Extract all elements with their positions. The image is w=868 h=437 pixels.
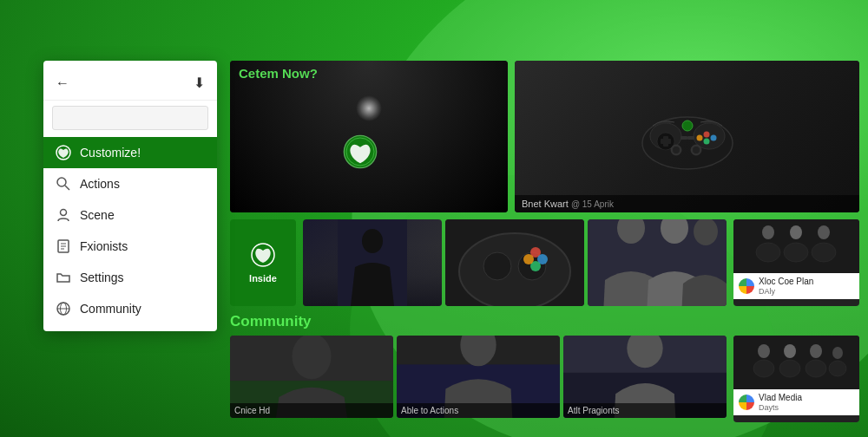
svg-point-20 — [710, 135, 716, 141]
svg-point-40 — [523, 254, 534, 264]
right-card-2-bottom: Vlad Media Dayts — [733, 389, 859, 415]
community-bottom: Cnice Hd Able to Actions — [230, 336, 859, 422]
svg-point-49 — [762, 225, 774, 239]
community-card-2[interactable]: Able to Actions — [397, 336, 560, 418]
right-card-1-bottom: Xloc Coe Plan DAly — [733, 273, 859, 299]
right-card-1-text: Xloc Coe Plan DAly — [759, 277, 813, 296]
featured-card-3[interactable] — [588, 219, 727, 306]
inside-label: Inside — [249, 273, 277, 284]
right-card-1-image — [733, 219, 859, 273]
sidebar-item-actions[interactable]: Actions — [43, 168, 217, 199]
svg-point-48 — [812, 243, 836, 262]
svg-point-66 — [758, 344, 770, 358]
sidebar-item-actions-label: Actions — [80, 177, 120, 191]
right-card-2-image — [733, 336, 859, 389]
right-card-2-subtitle: Dayts — [759, 403, 802, 412]
folder-icon — [56, 270, 71, 285]
svg-point-3 — [61, 210, 67, 216]
right-card-2[interactable]: Vlad Media Dayts — [733, 336, 859, 422]
cetem-now-header: Cetem Now? — [230, 61, 508, 86]
svg-rect-18 — [661, 139, 671, 144]
svg-point-32 — [362, 229, 383, 253]
community-card-1-label: Cnice Hd — [230, 403, 393, 418]
right-card-1[interactable]: Xloc Coe Plan DAly — [733, 219, 859, 306]
glow-dot — [356, 95, 382, 121]
svg-point-34 — [459, 233, 570, 306]
search-icon — [56, 176, 71, 192]
search-bar[interactable] — [52, 106, 208, 130]
right-card-2-text: Vlad Media Dayts — [759, 393, 802, 412]
sidebar-item-community[interactable]: Community — [43, 293, 217, 324]
sidebar-item-settings-label: Settings — [80, 271, 124, 284]
community-card-3-label: Atlt Pragionts — [563, 403, 727, 418]
svg-point-65 — [829, 361, 846, 376]
community-card-3[interactable]: Atlt Pragionts — [563, 336, 727, 418]
controller-card-label: Bnet Kwart @ 15 Aprik — [515, 195, 859, 212]
svg-point-63 — [779, 360, 800, 377]
svg-point-50 — [790, 225, 802, 239]
svg-point-67 — [784, 344, 796, 358]
svg-point-64 — [806, 360, 826, 377]
right-column: Xloc Coe Plan DAly — [733, 219, 859, 306]
right-column-bottom: Vlad Media Dayts — [733, 336, 859, 422]
person-silhouette-1 — [303, 219, 442, 306]
svg-rect-29 — [687, 136, 694, 140]
top-row: Cetem Now? — [230, 61, 859, 212]
svg-line-2 — [65, 186, 69, 190]
svg-point-22 — [696, 135, 702, 141]
sidebar-item-fxionists[interactable]: Fxionists — [43, 231, 217, 262]
controller-card-title: Bnet Kwart — [522, 199, 569, 209]
svg-point-26 — [693, 147, 700, 153]
inside-panel[interactable]: Inside — [230, 219, 296, 306]
community-strip: Cnice Hd Able to Actions — [230, 336, 727, 422]
sidebar: ← ⬇ Customize! Actions Scene — [43, 61, 217, 331]
svg-point-21 — [703, 139, 709, 145]
svg-point-1 — [57, 178, 66, 186]
right-card-2-title: Vlad Media — [759, 393, 802, 403]
xbox-icon — [56, 145, 71, 160]
featured-card-1[interactable] — [303, 219, 442, 306]
mid-row: Inside — [230, 219, 859, 306]
svg-point-68 — [810, 344, 822, 358]
user-icon — [56, 207, 71, 223]
doc-icon — [56, 238, 71, 254]
main-content: Cetem Now? — [230, 61, 859, 394]
sidebar-item-scene[interactable]: Scene — [43, 199, 217, 231]
svg-point-69 — [832, 347, 843, 359]
svg-point-27 — [682, 121, 693, 131]
community-section: Community Cnice Hd — [230, 313, 859, 422]
sidebar-item-customize-label: Customize! — [80, 146, 141, 160]
controller-graphic — [445, 219, 584, 306]
svg-point-35 — [483, 252, 511, 280]
svg-point-51 — [818, 225, 830, 239]
google-logo-1 — [739, 278, 754, 294]
controller-card[interactable]: Bnet Kwart @ 15 Aprik — [515, 61, 859, 212]
xbox-inside-icon — [250, 242, 276, 268]
community-header: Community — [230, 313, 859, 330]
svg-point-62 — [753, 360, 774, 377]
controller-card-sublabel: @ 15 Aprik — [571, 199, 614, 209]
community-card-1[interactable]: Cnice Hd — [230, 336, 393, 418]
right-card-1-subtitle: DAly — [759, 287, 813, 296]
featured-card-2[interactable] — [445, 219, 584, 306]
controller-bg — [515, 61, 859, 212]
sidebar-item-customize[interactable]: Customize! — [43, 137, 217, 168]
svg-point-46 — [756, 243, 780, 262]
cetem-now-panel[interactable]: Cetem Now? — [230, 61, 508, 212]
cetem-logo — [343, 134, 395, 186]
community-card-2-label: Able to Actions — [397, 403, 560, 418]
svg-point-19 — [703, 132, 709, 138]
svg-rect-28 — [681, 136, 687, 140]
sidebar-item-fxionists-label: Fxionists — [80, 239, 128, 253]
download-icon[interactable]: ⬇ — [194, 75, 205, 91]
sidebar-top: ← ⬇ — [43, 68, 217, 101]
sidebar-item-community-label: Community — [80, 302, 141, 316]
back-icon[interactable]: ← — [56, 75, 69, 91]
sidebar-item-scene-label: Scene — [80, 208, 115, 222]
svg-point-47 — [784, 243, 808, 262]
google-logo-2 — [739, 395, 754, 410]
right-card-2-svg — [733, 336, 859, 389]
people-graphic — [588, 219, 727, 306]
svg-point-54 — [292, 336, 331, 379]
sidebar-item-settings[interactable]: Settings — [43, 262, 217, 293]
